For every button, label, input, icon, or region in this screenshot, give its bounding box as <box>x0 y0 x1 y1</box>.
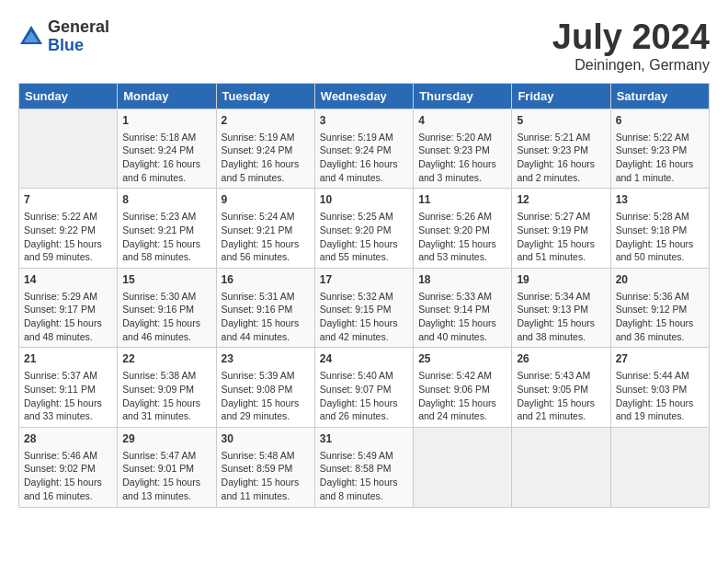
calendar-cell <box>512 427 610 507</box>
calendar-cell: 10Sunrise: 5:25 AMSunset: 9:20 PMDayligh… <box>314 189 413 269</box>
day-number: 8 <box>122 192 210 208</box>
calendar-cell: 28Sunrise: 5:46 AMSunset: 9:02 PMDayligh… <box>19 427 118 507</box>
day-info: Sunrise: 5:34 AMSunset: 9:13 PMDaylight:… <box>517 290 605 344</box>
calendar-cell: 2Sunrise: 5:19 AMSunset: 9:24 PMDaylight… <box>216 109 314 189</box>
day-number: 3 <box>320 113 408 129</box>
day-number: 25 <box>418 351 506 367</box>
calendar-cell: 24Sunrise: 5:40 AMSunset: 9:07 PMDayligh… <box>314 348 413 428</box>
logo-blue: Blue <box>48 37 109 55</box>
day-number: 20 <box>616 272 704 288</box>
day-info: Sunrise: 5:31 AMSunset: 9:16 PMDaylight:… <box>222 290 310 344</box>
day-info: Sunrise: 5:37 AMSunset: 9:11 PMDaylight:… <box>24 369 112 423</box>
day-info: Sunrise: 5:22 AMSunset: 9:22 PMDaylight:… <box>24 210 112 264</box>
day-number: 9 <box>222 192 310 208</box>
day-info: Sunrise: 5:44 AMSunset: 9:03 PMDaylight:… <box>616 369 704 423</box>
logo-icon <box>18 24 44 50</box>
calendar-cell: 27Sunrise: 5:44 AMSunset: 9:03 PMDayligh… <box>610 348 709 428</box>
day-info: Sunrise: 5:30 AMSunset: 9:16 PMDaylight:… <box>122 290 210 344</box>
calendar-cell: 17Sunrise: 5:32 AMSunset: 9:15 PMDayligh… <box>314 268 413 348</box>
col-header-sunday: Sunday <box>19 83 118 109</box>
calendar-cell: 11Sunrise: 5:26 AMSunset: 9:20 PMDayligh… <box>414 189 512 269</box>
day-info: Sunrise: 5:27 AMSunset: 9:19 PMDaylight:… <box>517 210 605 264</box>
col-header-wednesday: Wednesday <box>314 83 413 109</box>
col-header-thursday: Thursday <box>414 83 512 109</box>
day-info: Sunrise: 5:25 AMSunset: 9:20 PMDaylight:… <box>320 210 408 264</box>
calendar-cell: 14Sunrise: 5:29 AMSunset: 9:17 PMDayligh… <box>19 268 118 348</box>
calendar-cell: 7Sunrise: 5:22 AMSunset: 9:22 PMDaylight… <box>19 189 118 269</box>
calendar-week-row: 14Sunrise: 5:29 AMSunset: 9:17 PMDayligh… <box>19 268 710 348</box>
day-info: Sunrise: 5:24 AMSunset: 9:21 PMDaylight:… <box>222 210 310 264</box>
day-info: Sunrise: 5:28 AMSunset: 9:18 PMDaylight:… <box>616 210 704 264</box>
calendar-cell <box>19 109 118 189</box>
day-info: Sunrise: 5:47 AMSunset: 9:01 PMDaylight:… <box>122 449 210 503</box>
day-info: Sunrise: 5:19 AMSunset: 9:24 PMDaylight:… <box>222 131 310 185</box>
location-subtitle: Deiningen, Germany <box>552 57 710 74</box>
day-info: Sunrise: 5:46 AMSunset: 9:02 PMDaylight:… <box>24 449 112 503</box>
calendar-cell: 25Sunrise: 5:42 AMSunset: 9:06 PMDayligh… <box>414 348 512 428</box>
day-number: 6 <box>616 113 704 129</box>
calendar-cell: 9Sunrise: 5:24 AMSunset: 9:21 PMDaylight… <box>216 189 314 269</box>
calendar-week-row: 7Sunrise: 5:22 AMSunset: 9:22 PMDaylight… <box>19 189 710 269</box>
col-header-friday: Friday <box>512 83 610 109</box>
day-info: Sunrise: 5:20 AMSunset: 9:23 PMDaylight:… <box>418 131 506 185</box>
day-number: 11 <box>418 192 506 208</box>
calendar-cell: 8Sunrise: 5:23 AMSunset: 9:21 PMDaylight… <box>118 189 216 269</box>
day-number: 30 <box>222 431 310 447</box>
calendar-week-row: 1Sunrise: 5:18 AMSunset: 9:24 PMDaylight… <box>19 109 710 189</box>
day-number: 1 <box>122 113 210 129</box>
day-info: Sunrise: 5:23 AMSunset: 9:21 PMDaylight:… <box>122 210 210 264</box>
calendar-week-row: 21Sunrise: 5:37 AMSunset: 9:11 PMDayligh… <box>19 348 710 428</box>
day-info: Sunrise: 5:39 AMSunset: 9:08 PMDaylight:… <box>222 369 310 423</box>
day-number: 22 <box>122 351 210 367</box>
calendar-week-row: 28Sunrise: 5:46 AMSunset: 9:02 PMDayligh… <box>19 427 710 507</box>
day-number: 19 <box>517 272 605 288</box>
day-number: 16 <box>222 272 310 288</box>
day-info: Sunrise: 5:33 AMSunset: 9:14 PMDaylight:… <box>418 290 506 344</box>
day-number: 23 <box>222 351 310 367</box>
title-area: July 2024 Deiningen, Germany <box>552 18 710 74</box>
day-number: 5 <box>517 113 605 129</box>
calendar-cell: 13Sunrise: 5:28 AMSunset: 9:18 PMDayligh… <box>610 189 709 269</box>
day-info: Sunrise: 5:18 AMSunset: 9:24 PMDaylight:… <box>122 131 210 185</box>
day-number: 12 <box>517 192 605 208</box>
day-info: Sunrise: 5:32 AMSunset: 9:15 PMDaylight:… <box>320 290 408 344</box>
calendar-cell: 31Sunrise: 5:49 AMSunset: 8:58 PMDayligh… <box>314 427 413 507</box>
logo-text: General Blue <box>48 18 109 55</box>
day-number: 13 <box>616 192 704 208</box>
col-header-tuesday: Tuesday <box>216 83 314 109</box>
page-header: General Blue July 2024 Deiningen, German… <box>18 18 710 74</box>
day-info: Sunrise: 5:36 AMSunset: 9:12 PMDaylight:… <box>616 290 704 344</box>
calendar-cell: 15Sunrise: 5:30 AMSunset: 9:16 PMDayligh… <box>118 268 216 348</box>
day-info: Sunrise: 5:19 AMSunset: 9:24 PMDaylight:… <box>320 131 408 185</box>
calendar-cell: 26Sunrise: 5:43 AMSunset: 9:05 PMDayligh… <box>512 348 610 428</box>
calendar-cell: 18Sunrise: 5:33 AMSunset: 9:14 PMDayligh… <box>414 268 512 348</box>
calendar-cell: 20Sunrise: 5:36 AMSunset: 9:12 PMDayligh… <box>610 268 709 348</box>
calendar-cell: 30Sunrise: 5:48 AMSunset: 8:59 PMDayligh… <box>216 427 314 507</box>
day-number: 31 <box>320 431 408 447</box>
day-number: 18 <box>418 272 506 288</box>
calendar-cell: 5Sunrise: 5:21 AMSunset: 9:23 PMDaylight… <box>512 109 610 189</box>
month-year-title: July 2024 <box>552 18 710 57</box>
calendar-cell: 3Sunrise: 5:19 AMSunset: 9:24 PMDaylight… <box>314 109 413 189</box>
day-number: 28 <box>24 431 112 447</box>
calendar-cell: 29Sunrise: 5:47 AMSunset: 9:01 PMDayligh… <box>118 427 216 507</box>
calendar-cell <box>414 427 512 507</box>
day-number: 4 <box>418 113 506 129</box>
day-info: Sunrise: 5:43 AMSunset: 9:05 PMDaylight:… <box>517 369 605 423</box>
calendar-cell: 4Sunrise: 5:20 AMSunset: 9:23 PMDaylight… <box>414 109 512 189</box>
day-number: 24 <box>320 351 408 367</box>
day-number: 27 <box>616 351 704 367</box>
col-header-saturday: Saturday <box>610 83 709 109</box>
day-number: 2 <box>222 113 310 129</box>
logo-general: General <box>48 18 109 37</box>
day-number: 14 <box>24 272 112 288</box>
calendar-cell: 21Sunrise: 5:37 AMSunset: 9:11 PMDayligh… <box>19 348 118 428</box>
calendar-cell: 22Sunrise: 5:38 AMSunset: 9:09 PMDayligh… <box>118 348 216 428</box>
calendar-cell: 1Sunrise: 5:18 AMSunset: 9:24 PMDaylight… <box>118 109 216 189</box>
calendar-cell: 16Sunrise: 5:31 AMSunset: 9:16 PMDayligh… <box>216 268 314 348</box>
day-info: Sunrise: 5:29 AMSunset: 9:17 PMDaylight:… <box>24 290 112 344</box>
day-info: Sunrise: 5:42 AMSunset: 9:06 PMDaylight:… <box>418 369 506 423</box>
logo: General Blue <box>18 18 109 55</box>
calendar-cell: 6Sunrise: 5:22 AMSunset: 9:23 PMDaylight… <box>610 109 709 189</box>
calendar-header-row: SundayMondayTuesdayWednesdayThursdayFrid… <box>19 83 710 109</box>
